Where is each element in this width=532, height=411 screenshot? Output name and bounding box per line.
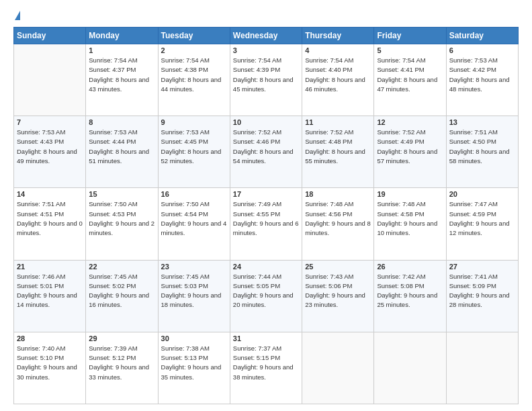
day-info: Sunrise: 7:50 AM Sunset: 4:53 PM Dayligh… bbox=[89, 199, 154, 238]
daylight-text: Daylight: 8 hours and 47 minutes. bbox=[377, 76, 437, 93]
sunrise-text: Sunrise: 7:52 AM bbox=[305, 128, 353, 136]
sunset-text: Sunset: 4:43 PM bbox=[17, 138, 64, 145]
day-number: 28 bbox=[17, 334, 83, 342]
daylight-text: Daylight: 9 hours and 6 minutes. bbox=[233, 220, 299, 236]
daylight-text: Daylight: 8 hours and 57 minutes. bbox=[377, 148, 437, 165]
sunrise-text: Sunrise: 7:49 AM bbox=[233, 200, 281, 208]
daylight-text: Daylight: 8 hours and 49 minutes. bbox=[17, 148, 77, 165]
sunrise-text: Sunrise: 7:47 AM bbox=[449, 200, 498, 208]
daylight-text: Daylight: 9 hours and 33 minutes. bbox=[89, 363, 149, 380]
calendar-cell: 17 Sunrise: 7:49 AM Sunset: 4:55 PM Dayl… bbox=[230, 188, 302, 260]
day-info: Sunrise: 7:54 AM Sunset: 4:40 PM Dayligh… bbox=[305, 56, 371, 94]
sunrise-text: Sunrise: 7:50 AM bbox=[161, 200, 210, 208]
daylight-text: Daylight: 9 hours and 20 minutes. bbox=[233, 291, 294, 308]
sunrise-text: Sunrise: 7:44 AM bbox=[233, 273, 281, 280]
day-info: Sunrise: 7:44 AM Sunset: 5:05 PM Dayligh… bbox=[233, 272, 299, 310]
daylight-text: Daylight: 8 hours and 45 minutes. bbox=[233, 76, 294, 93]
sunrise-text: Sunrise: 7:48 AM bbox=[377, 200, 425, 208]
day-number: 15 bbox=[89, 190, 154, 198]
day-number: 25 bbox=[305, 263, 371, 271]
sunrise-text: Sunrise: 7:51 AM bbox=[449, 128, 498, 136]
calendar-cell bbox=[446, 332, 518, 404]
calendar-cell: 31 Sunrise: 7:37 AM Sunset: 5:15 PM Dayl… bbox=[230, 332, 302, 404]
sunset-text: Sunset: 4:41 PM bbox=[377, 66, 424, 73]
sunset-text: Sunset: 4:42 PM bbox=[449, 66, 496, 73]
sunset-text: Sunset: 4:49 PM bbox=[377, 138, 424, 145]
sunset-text: Sunset: 4:37 PM bbox=[89, 66, 136, 73]
calendar-cell: 18 Sunrise: 7:48 AM Sunset: 4:56 PM Dayl… bbox=[302, 188, 374, 260]
daylight-text: Daylight: 8 hours and 51 minutes. bbox=[89, 148, 149, 165]
calendar-cell: 16 Sunrise: 7:50 AM Sunset: 4:54 PM Dayl… bbox=[158, 188, 230, 260]
weekday-header-wednesday: Wednesday bbox=[230, 28, 302, 44]
calendar-header: SundayMondayTuesdayWednesdayThursdayFrid… bbox=[14, 28, 519, 44]
sunset-text: Sunset: 5:15 PM bbox=[233, 354, 280, 361]
calendar-cell: 7 Sunrise: 7:53 AM Sunset: 4:43 PM Dayli… bbox=[14, 116, 86, 188]
logo bbox=[13, 11, 20, 20]
sunrise-text: Sunrise: 7:42 AM bbox=[377, 273, 425, 280]
sunrise-text: Sunrise: 7:53 AM bbox=[17, 128, 65, 136]
day-info: Sunrise: 7:39 AM Sunset: 5:12 PM Dayligh… bbox=[89, 344, 154, 382]
sunset-text: Sunset: 4:54 PM bbox=[161, 210, 208, 218]
day-info: Sunrise: 7:46 AM Sunset: 5:01 PM Dayligh… bbox=[17, 272, 83, 310]
day-number: 8 bbox=[89, 118, 154, 126]
day-number: 18 bbox=[305, 190, 371, 198]
daylight-text: Daylight: 9 hours and 2 minutes. bbox=[89, 220, 154, 236]
daylight-text: Daylight: 8 hours and 52 minutes. bbox=[161, 148, 222, 165]
calendar-cell: 8 Sunrise: 7:53 AM Sunset: 4:44 PM Dayli… bbox=[86, 116, 158, 188]
sunset-text: Sunset: 5:10 PM bbox=[17, 354, 64, 361]
calendar-cell: 29 Sunrise: 7:39 AM Sunset: 5:12 PM Dayl… bbox=[86, 332, 158, 404]
day-number: 7 bbox=[17, 118, 83, 126]
calendar-cell: 30 Sunrise: 7:38 AM Sunset: 5:13 PM Dayl… bbox=[158, 332, 230, 404]
sunrise-text: Sunrise: 7:39 AM bbox=[89, 345, 137, 352]
day-number: 16 bbox=[161, 190, 227, 198]
sunset-text: Sunset: 4:50 PM bbox=[449, 138, 496, 145]
calendar-cell: 10 Sunrise: 7:52 AM Sunset: 4:46 PM Dayl… bbox=[230, 116, 302, 188]
day-number: 1 bbox=[89, 46, 154, 54]
calendar-week-1: 1 Sunrise: 7:54 AM Sunset: 4:37 PM Dayli… bbox=[14, 44, 519, 116]
sunset-text: Sunset: 4:40 PM bbox=[305, 66, 352, 73]
daylight-text: Daylight: 9 hours and 4 minutes. bbox=[161, 220, 227, 236]
daylight-text: Daylight: 8 hours and 46 minutes. bbox=[305, 76, 365, 93]
day-info: Sunrise: 7:42 AM Sunset: 5:08 PM Dayligh… bbox=[377, 272, 443, 310]
calendar-cell: 28 Sunrise: 7:40 AM Sunset: 5:10 PM Dayl… bbox=[14, 332, 86, 404]
weekday-header-thursday: Thursday bbox=[302, 28, 374, 44]
day-info: Sunrise: 7:48 AM Sunset: 4:58 PM Dayligh… bbox=[377, 199, 443, 238]
sunset-text: Sunset: 5:13 PM bbox=[161, 354, 208, 361]
day-number: 17 bbox=[233, 190, 299, 198]
daylight-text: Daylight: 8 hours and 58 minutes. bbox=[449, 148, 510, 165]
calendar-week-5: 28 Sunrise: 7:40 AM Sunset: 5:10 PM Dayl… bbox=[14, 332, 519, 404]
sunrise-text: Sunrise: 7:43 AM bbox=[305, 273, 353, 280]
calendar-cell bbox=[14, 44, 86, 116]
sunset-text: Sunset: 5:09 PM bbox=[449, 282, 496, 289]
sunrise-text: Sunrise: 7:54 AM bbox=[377, 56, 425, 64]
daylight-text: Daylight: 9 hours and 25 minutes. bbox=[377, 291, 437, 308]
calendar-cell: 13 Sunrise: 7:51 AM Sunset: 4:50 PM Dayl… bbox=[446, 116, 518, 188]
day-number: 9 bbox=[161, 118, 227, 126]
day-number: 6 bbox=[449, 46, 515, 54]
day-info: Sunrise: 7:48 AM Sunset: 4:56 PM Dayligh… bbox=[305, 199, 371, 238]
daylight-text: Daylight: 8 hours and 43 minutes. bbox=[89, 76, 149, 93]
sunset-text: Sunset: 4:58 PM bbox=[377, 210, 424, 218]
day-info: Sunrise: 7:54 AM Sunset: 4:38 PM Dayligh… bbox=[161, 56, 227, 94]
day-info: Sunrise: 7:40 AM Sunset: 5:10 PM Dayligh… bbox=[17, 344, 83, 382]
day-info: Sunrise: 7:54 AM Sunset: 4:39 PM Dayligh… bbox=[233, 56, 299, 94]
sunrise-text: Sunrise: 7:41 AM bbox=[449, 273, 498, 280]
day-number: 3 bbox=[233, 46, 299, 54]
day-info: Sunrise: 7:52 AM Sunset: 4:49 PM Dayligh… bbox=[377, 128, 443, 166]
sunset-text: Sunset: 4:46 PM bbox=[233, 138, 280, 145]
calendar-cell: 22 Sunrise: 7:45 AM Sunset: 5:02 PM Dayl… bbox=[86, 260, 158, 332]
day-info: Sunrise: 7:53 AM Sunset: 4:44 PM Dayligh… bbox=[89, 128, 154, 166]
daylight-text: Daylight: 9 hours and 12 minutes. bbox=[449, 220, 510, 236]
sunset-text: Sunset: 5:01 PM bbox=[17, 282, 64, 289]
daylight-text: Daylight: 9 hours and 23 minutes. bbox=[305, 291, 365, 308]
day-info: Sunrise: 7:51 AM Sunset: 4:50 PM Dayligh… bbox=[449, 128, 515, 166]
day-info: Sunrise: 7:50 AM Sunset: 4:54 PM Dayligh… bbox=[161, 199, 227, 238]
day-number: 27 bbox=[449, 263, 515, 271]
sunset-text: Sunset: 4:38 PM bbox=[161, 66, 208, 73]
day-info: Sunrise: 7:41 AM Sunset: 5:09 PM Dayligh… bbox=[449, 272, 515, 310]
sunset-text: Sunset: 4:51 PM bbox=[17, 210, 64, 218]
sunrise-text: Sunrise: 7:37 AM bbox=[233, 345, 281, 352]
sunrise-text: Sunrise: 7:53 AM bbox=[89, 128, 137, 136]
day-number: 19 bbox=[377, 190, 443, 198]
calendar-week-4: 21 Sunrise: 7:46 AM Sunset: 5:01 PM Dayl… bbox=[14, 260, 519, 332]
